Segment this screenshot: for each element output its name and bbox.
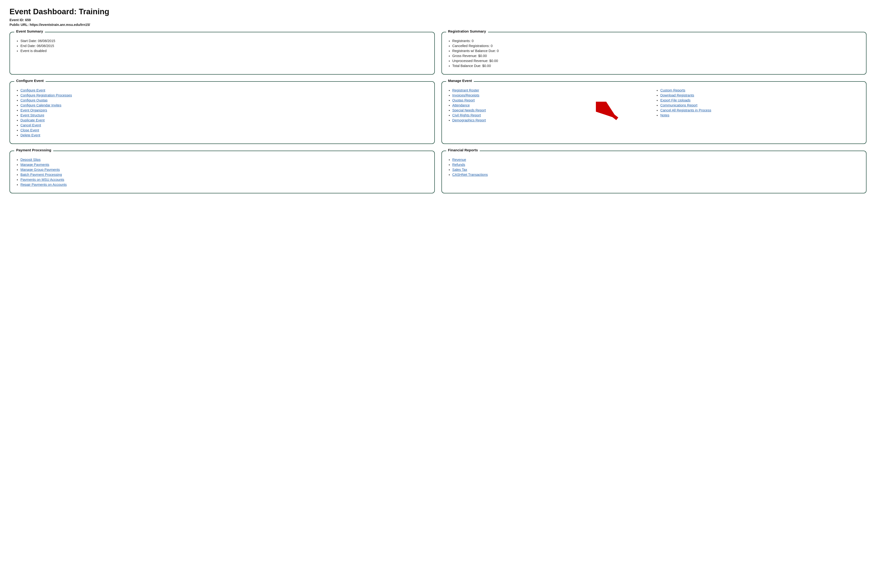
manage-event-link[interactable]: Export File Uploads (660, 98, 690, 102)
configure-event-link[interactable]: Duplicate Event (20, 118, 45, 122)
event-summary-card: Event Summary Start Date: 06/08/2015End … (9, 32, 435, 75)
list-item: Civil Rights Report (452, 113, 653, 117)
list-item: Download Registrants (660, 93, 861, 97)
list-item: Delete Event (20, 133, 429, 137)
payment-processing-link[interactable]: Payments on MSU Accounts (20, 178, 64, 182)
manage-event-link[interactable]: Custom Reports (660, 88, 685, 92)
list-item: Registrants: 0 (452, 39, 861, 43)
configure-event-link[interactable]: Event Organizers (20, 108, 47, 112)
financial-reports-list: RevenueRefundsSales TaxCASHNet Transacti… (447, 158, 861, 177)
event-summary-title: Event Summary (14, 29, 45, 33)
configure-event-link[interactable]: Configure Event (20, 88, 45, 92)
payment-processing-link[interactable]: Deposit Slips (20, 158, 40, 162)
list-item: Deposit Slips (20, 158, 429, 162)
list-item: Custom Reports (660, 88, 861, 92)
event-summary-list: Start Date: 06/08/2015End Date: 06/08/20… (15, 39, 429, 53)
list-item: Cancel Event (20, 123, 429, 127)
list-item: Repair Payments on Accounts (20, 183, 429, 186)
list-item: Attendance (452, 104, 653, 107)
configure-event-link[interactable]: Close Event (20, 128, 39, 132)
payment-processing-link[interactable]: Repair Payments on Accounts (20, 183, 67, 186)
registration-summary-card: Registration Summary Registrants: 0Cance… (441, 32, 867, 75)
list-item: Close Event (20, 128, 429, 132)
list-item: Payments on MSU Accounts (20, 178, 429, 182)
payment-processing-link[interactable]: Manage Group Payments (20, 168, 60, 171)
configure-event-card: Configure Event Configure EventConfigure… (9, 81, 435, 144)
list-item: Event Structure (20, 113, 429, 117)
configure-event-link[interactable]: Configure Registration Processes (20, 93, 72, 97)
list-item: Configure Calendar Invites (20, 104, 429, 107)
manage-event-card: Manage Event Registrant RosterInvoices/R… (441, 81, 867, 144)
manage-event-link[interactable]: Download Registrants (660, 93, 694, 97)
list-item: Configure Registration Processes (20, 93, 429, 97)
list-item: Invoices/Receipts (452, 93, 653, 97)
configure-event-link[interactable]: Event Structure (20, 113, 44, 117)
payment-processing-card: Payment Processing Deposit SlipsManage P… (9, 151, 435, 194)
list-item: Total Balance Due: $0.00 (452, 64, 861, 68)
registration-summary-title: Registration Summary (446, 29, 488, 33)
list-item: End Date: 06/08/2015 (20, 44, 429, 48)
list-item: Gross Revenue: $0.00 (452, 54, 861, 58)
manage-event-link[interactable]: Attendance (452, 104, 470, 107)
list-item: Batch Payment Processing (20, 173, 429, 177)
list-item: Cancel All Registrants in Process (660, 108, 861, 112)
financial-reports-link[interactable]: CASHNet Transactions (452, 173, 488, 177)
configure-event-link[interactable]: Cancel Event (20, 123, 41, 127)
financial-reports-title: Financial Reports (446, 148, 480, 152)
financial-reports-link[interactable]: Revenue (452, 158, 466, 162)
list-item: Event Organizers (20, 108, 429, 112)
list-item: Revenue (452, 158, 861, 162)
list-item: Event is disabled (20, 49, 429, 53)
list-item: Refunds (452, 163, 861, 166)
manage-event-link[interactable]: Quotas Report (452, 98, 475, 102)
configure-event-link[interactable]: Delete Event (20, 133, 40, 137)
list-item: Cancelled Registrations: 0 (452, 44, 861, 48)
payment-processing-list: Deposit SlipsManage PaymentsManage Group… (15, 158, 429, 186)
manage-event-link[interactable]: Notes (660, 113, 669, 117)
registration-summary-list: Registrants: 0Cancelled Registrations: 0… (447, 39, 861, 68)
configure-event-title: Configure Event (14, 79, 46, 82)
list-item: Configure Quotas (20, 98, 429, 102)
list-item: Manage Payments (20, 163, 429, 166)
manage-event-link[interactable]: Registrant Roster (452, 88, 479, 92)
list-item: Start Date: 06/08/2015 (20, 39, 429, 43)
list-item: Export File Uploads (660, 98, 861, 102)
list-item: Communications Report (660, 104, 861, 107)
payment-processing-link[interactable]: Batch Payment Processing (20, 173, 62, 177)
manage-event-link[interactable]: Cancel All Registrants in Process (660, 108, 711, 112)
manage-event-link[interactable]: Civil Rights Report (452, 113, 481, 117)
manage-event-link[interactable]: Demographics Report (452, 118, 486, 122)
financial-reports-link[interactable]: Sales Tax (452, 168, 467, 171)
list-item: Quotas Report (452, 98, 653, 102)
financial-reports-card: Financial Reports RevenueRefundsSales Ta… (441, 151, 867, 194)
page-title: Event Dashboard: Training (9, 7, 867, 16)
list-item: Demographics Report (452, 118, 653, 122)
financial-reports-link[interactable]: Refunds (452, 163, 465, 166)
list-item: Special Needs Report (452, 108, 653, 112)
payment-processing-link[interactable]: Manage Payments (20, 163, 49, 166)
manage-event-link[interactable]: Invoices/Receipts (452, 93, 480, 97)
manage-event-title: Manage Event (446, 79, 474, 82)
list-item: Notes (660, 113, 861, 117)
manage-event-link[interactable]: Special Needs Report (452, 108, 486, 112)
configure-event-link[interactable]: Configure Calendar Invites (20, 104, 61, 107)
configure-event-link[interactable]: Configure Quotas (20, 98, 48, 102)
configure-event-list: Configure EventConfigure Registration Pr… (15, 88, 429, 137)
payment-processing-title: Payment Processing (14, 148, 53, 152)
list-item: Manage Group Payments (20, 168, 429, 171)
list-item: Sales Tax (452, 168, 861, 171)
manage-event-link[interactable]: Communications Report (660, 104, 698, 107)
manage-event-list-right: Custom ReportsDownload RegistrantsExport… (655, 88, 861, 123)
list-item: Registrant Roster (452, 88, 653, 92)
list-item: Duplicate Event (20, 118, 429, 122)
list-item: Unprocessed Revenue: $0.00 (452, 59, 861, 63)
list-item: Registrants w/ Balance Due: 0 (452, 49, 861, 53)
public-url: Public URL: https://eventstrain.anr.msu.… (9, 23, 867, 27)
manage-event-list-left: Registrant RosterInvoices/ReceiptsQuotas… (447, 88, 653, 123)
list-item: Configure Event (20, 88, 429, 92)
list-item: CASHNet Transactions (452, 173, 861, 177)
event-id: Event ID: 659 (9, 18, 867, 22)
manage-event-inner: Registrant RosterInvoices/ReceiptsQuotas… (447, 88, 861, 123)
